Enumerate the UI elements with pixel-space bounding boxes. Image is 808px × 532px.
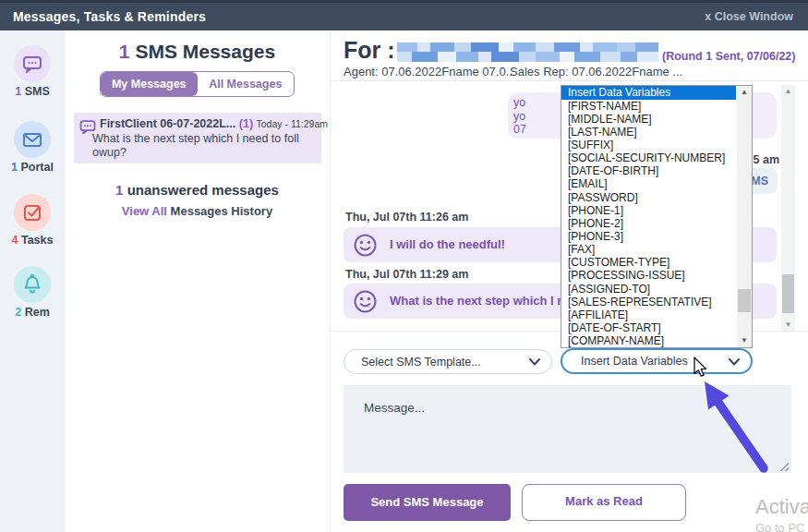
- dropdown-option[interactable]: [ASSIGNED-TO]: [561, 283, 736, 296]
- sidebar-item-tasks[interactable]: 4 Tasks: [0, 194, 65, 247]
- message-list-item[interactable]: FirstClient 06-07-2022L... (1) Today - 1…: [74, 113, 321, 163]
- round-sent-note: (Round 1 Sent, 07/06/22): [662, 50, 795, 63]
- dropdown-option[interactable]: [FIRST-NAME]: [561, 100, 736, 113]
- message-input[interactable]: [344, 385, 791, 473]
- smiley-icon: [353, 233, 378, 258]
- dropdown-option[interactable]: [SOCIAL-SECURITY-NUMBER]: [561, 151, 736, 164]
- dropdown-option[interactable]: [PHONE-2]: [561, 217, 736, 230]
- go-to-pc-watermark: Go to PC: [755, 521, 804, 532]
- activate-windows-watermark: Activate Windows: [755, 495, 808, 519]
- chevron-down-icon: [529, 358, 540, 366]
- chat-bubble-icon: [14, 45, 51, 82]
- dropdown-option[interactable]: [PASSWORD]: [561, 191, 736, 204]
- dropdown-option[interactable]: [PHONE-1]: [561, 204, 736, 217]
- envelope-icon: [14, 121, 51, 158]
- sales-rep-info: Sales Rep: 07.06.2022Fname ...: [510, 65, 682, 79]
- sidebar-item-sms[interactable]: 1 SMS: [0, 45, 65, 98]
- unanswered-summary: 1 unanswered messages: [65, 182, 330, 198]
- sidebar-item-portal[interactable]: 1 Portal: [0, 121, 65, 174]
- insert-variables-select-value: Insert Data Variables: [581, 355, 688, 368]
- chat-scrollbar[interactable]: ▲ ▼: [781, 85, 795, 331]
- scrollbar-thumb[interactable]: [782, 274, 794, 313]
- scroll-down-arrow-icon[interactable]: ▼: [781, 319, 795, 331]
- task-check-icon: [14, 194, 51, 231]
- dropdown-option[interactable]: [CUSTOMER-TYPE]: [561, 256, 736, 269]
- dropdown-option[interactable]: [FAX]: [561, 243, 736, 256]
- scroll-down-arrow-icon[interactable]: ▼: [737, 334, 752, 347]
- sms-label: SMS: [25, 85, 50, 98]
- sms-messages-count: 1: [119, 41, 130, 62]
- dropdown-option[interactable]: [SUFFIX]: [561, 139, 736, 151]
- sms-template-select-value: Select SMS Template...: [361, 356, 481, 369]
- tab-my-messages[interactable]: My Messages: [101, 72, 198, 96]
- tab-all-messages[interactable]: All Messages: [198, 72, 295, 96]
- panel-divider: [330, 30, 331, 532]
- title-bar: Messages, Tasks & Reminders x Close Wind…: [0, 0, 808, 30]
- redacted-recipient-name: [397, 42, 658, 62]
- reminders-count: 2: [15, 306, 21, 319]
- chevron-down-icon: [729, 358, 740, 366]
- tasks-label: Tasks: [21, 234, 54, 247]
- message-timestamp: Thu, Jul 07th 11:29 am: [345, 268, 468, 281]
- unanswered-label: unanswered messages: [127, 182, 279, 198]
- window-title: Messages, Tasks & Reminders: [13, 9, 206, 24]
- reminders-label: Rem: [25, 306, 50, 319]
- for-label: For :: [344, 37, 395, 64]
- tasks-count: 4: [12, 234, 18, 247]
- mark-as-read-button[interactable]: Mark as Read: [522, 484, 686, 521]
- dropdown-option[interactable]: [COMPANY-NAME]: [561, 334, 736, 347]
- dropdown-option[interactable]: [MIDDLE-NAME]: [561, 113, 736, 126]
- sms-messages-heading: 1 SMS Messages: [65, 41, 330, 63]
- dropdown-options-list: Insert Data Variables [FIRST-NAME] [MIDD…: [561, 86, 736, 347]
- portal-label: Portal: [21, 161, 54, 174]
- header-divider: [331, 80, 808, 81]
- unread-badge: (1): [239, 117, 253, 130]
- title-bar-top-strip: [0, 0, 808, 3]
- scrollbar-thumb[interactable]: [738, 289, 751, 312]
- sidebar-item-reminders[interactable]: 2 Rem: [0, 266, 65, 319]
- sms-count: 1: [15, 85, 21, 98]
- dropdown-option[interactable]: [LAST-NAME]: [561, 126, 736, 139]
- dropdown-option[interactable]: [AFFILIATE]: [561, 308, 736, 321]
- message-text: I will do the needful!: [390, 237, 505, 251]
- dropdown-option[interactable]: [SALES-REPRESENTATIVE]: [561, 296, 736, 308]
- sms-template-select[interactable]: Select SMS Template...: [344, 349, 552, 374]
- dropdown-option[interactable]: [PHONE-3]: [561, 230, 736, 243]
- messages-window: Messages, Tasks & Reminders x Close Wind…: [0, 0, 808, 532]
- dropdown-option[interactable]: [DATE-OF-BIRTH]: [561, 164, 736, 177]
- close-window-button[interactable]: x Close Window: [705, 10, 793, 23]
- smiley-icon: [353, 289, 378, 314]
- send-sms-button[interactable]: Send SMS Message: [344, 484, 511, 521]
- insert-variables-dropdown-popup: Insert Data Variables [FIRST-NAME] [MIDD…: [561, 85, 753, 348]
- view-all-history-link[interactable]: View All Messages History: [65, 204, 330, 218]
- bell-icon: [14, 266, 51, 303]
- thread-time: Today - 11:29am: [257, 118, 328, 129]
- sms-messages-title: SMS Messages: [135, 41, 275, 62]
- scroll-up-arrow-icon[interactable]: ▲: [781, 85, 795, 97]
- dropdown-scrollbar[interactable]: ▲ ▼: [737, 86, 752, 347]
- messages-tabs: My Messages All Messages: [100, 71, 295, 97]
- unanswered-count: 1: [115, 182, 123, 198]
- dropdown-option-selected[interactable]: Insert Data Variables: [561, 86, 736, 100]
- insert-variables-select[interactable]: Insert Data Variables: [561, 348, 753, 374]
- thread-name: FirstClient 06-07-2022L...: [100, 117, 235, 130]
- agent-info: Agent: 07.06.2022Fname 07.0...: [344, 65, 515, 79]
- history-label: Messages History: [171, 204, 273, 218]
- scroll-up-arrow-icon[interactable]: ▲: [737, 86, 752, 99]
- portal-count: 1: [11, 161, 18, 174]
- message-timestamp: Thu, Jul 07th 11:26 am: [345, 211, 468, 224]
- thread-preview: What is the next step which I need to fo…: [92, 132, 312, 159]
- view-all-label: View All: [122, 204, 167, 218]
- dropdown-option[interactable]: [PROCESSING-ISSUE]: [561, 269, 736, 282]
- dropdown-option[interactable]: [EMAIL]: [561, 177, 736, 190]
- dropdown-option[interactable]: [DATE-OF-START]: [561, 321, 736, 334]
